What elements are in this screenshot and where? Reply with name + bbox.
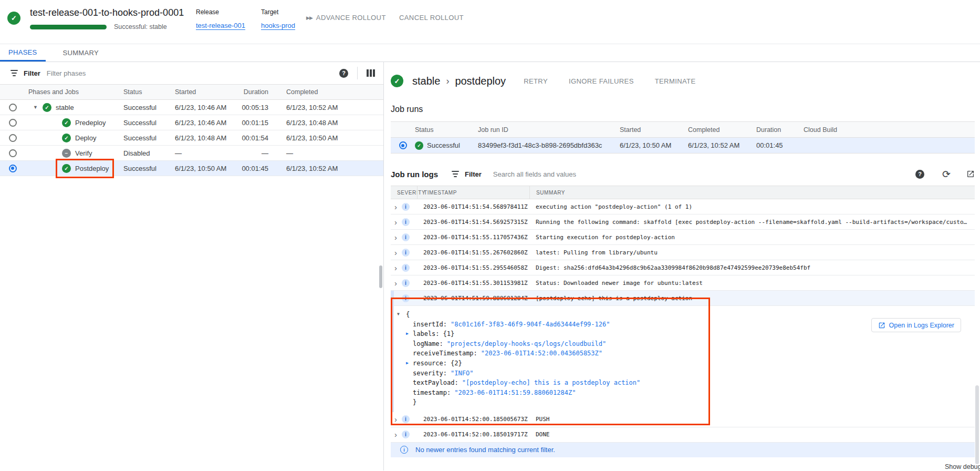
info-severity-icon: i <box>402 264 410 272</box>
tab-summary[interactable]: SUMMARY <box>54 44 108 62</box>
left-panel-scrollbar-thumb[interactable] <box>379 265 382 288</box>
rollout-progress-bar <box>30 25 107 29</box>
json-value: "[postdeploy-echo] this is a postdeploy … <box>462 378 641 388</box>
triangle-right-icon[interactable]: ▶ <box>406 359 413 368</box>
phase-row-stable[interactable]: ▼ ✓ stable Successful 6/1/23, 10:46 AM 0… <box>0 100 383 115</box>
chevron-right-icon[interactable]: › <box>394 249 397 257</box>
chevron-right-icon[interactable]: › <box>394 203 397 211</box>
log-timestamp: 2023-06-01T14:51:55.267602860Z <box>417 249 529 256</box>
tab-bar: PHASES SUMMARY <box>0 44 980 62</box>
job-name: Verify <box>75 149 92 157</box>
log-entry-row[interactable]: ›i 2023-06-01T14:52:00.185019717Z DONE <box>391 427 975 443</box>
advance-rollout-button[interactable]: ▶▶ ADVANCE ROLLOUT <box>306 14 386 22</box>
chevron-right-icon[interactable]: › <box>394 264 397 272</box>
log-entry-row[interactable]: ›i 2023-06-01T14:51:55.295546058Z Digest… <box>391 260 975 275</box>
job-run-radio-selected[interactable] <box>399 141 407 149</box>
ignore-failures-button[interactable]: IGNORE FAILURES <box>569 77 634 85</box>
col-timestamp: TIMESTAMP <box>417 186 529 199</box>
disabled-icon: − <box>62 149 71 158</box>
job-row-predeploy[interactable]: ✓ Predeploy Successful 6/1/23, 10:46 AM … <box>0 115 383 130</box>
column-settings-icon[interactable] <box>367 69 375 77</box>
logs-help-icon[interactable]: ? <box>915 170 924 179</box>
filter-phases-input[interactable] <box>47 69 339 77</box>
log-entry-row[interactable]: ›i 2023-06-01T14:51:55.267602860Z latest… <box>391 245 975 260</box>
open-in-new-icon[interactable] <box>966 170 975 178</box>
release-meta: Release test-release-001 <box>196 8 245 30</box>
json-key: receiveTimestamp: <box>413 349 477 359</box>
success-icon: ✓ <box>62 134 71 142</box>
show-debug-link[interactable]: Show debug m <box>945 463 980 470</box>
log-entry-row[interactable]: ›i 2023-06-01T14:51:54.569257315Z Runnin… <box>391 214 975 230</box>
info-severity-icon: i <box>402 279 410 287</box>
log-entry-row[interactable]: ›i 2023-06-01T14:51:54.568978411Z execut… <box>391 199 975 214</box>
chevron-right-icon[interactable]: › <box>394 431 397 438</box>
chevron-right-icon[interactable]: › <box>394 233 397 241</box>
terminate-button[interactable]: TERMINATE <box>655 77 696 85</box>
phases-filter-bar: Filter ? <box>0 62 383 84</box>
log-entry-row[interactable]: ›i 2023-06-01T14:51:55.117057436Z Starti… <box>391 230 975 245</box>
json-key: textPayload: <box>413 378 458 388</box>
retry-button[interactable]: RETRY <box>524 77 548 85</box>
job-run-status: Successful <box>427 141 460 149</box>
chevron-right-icon[interactable]: › <box>394 415 397 423</box>
expanded-log-entry: ›i 2023-06-01T14:51:59.880601284Z [postd… <box>391 291 975 412</box>
page-scrollbar-thumb[interactable] <box>975 385 979 464</box>
chevron-down-icon[interactable]: › <box>392 297 400 300</box>
info-severity-icon: i <box>402 294 410 302</box>
triangle-down-icon[interactable]: ▼ <box>397 310 406 320</box>
phase-radio[interactable] <box>9 104 17 111</box>
json-key: severity: <box>413 368 447 378</box>
job-name: Postdeploy <box>75 165 109 172</box>
triangle-right-icon[interactable]: ▶ <box>406 329 413 339</box>
collapse-triangle-icon[interactable]: ▼ <box>33 105 38 110</box>
job-radio[interactable] <box>9 119 17 127</box>
job-detail-panel: ✓ stable › postdeploy RETRY IGNORE FAILU… <box>384 62 980 470</box>
col-started: Started <box>175 88 234 96</box>
job-radio[interactable] <box>9 149 17 157</box>
json-key: labels: <box>413 329 440 339</box>
job-row-postdeploy[interactable]: ✓ Postdeploy Successful 6/1/23, 10:50 AM… <box>0 161 383 176</box>
target-meta: Target hooks-prod <box>261 8 295 30</box>
log-entry-row[interactable]: ›i 2023-06-01T14:52:00.185005673Z PUSH <box>391 412 975 427</box>
job-radio[interactable] <box>9 134 17 142</box>
open-in-logs-explorer-button[interactable]: Open in Logs Explorer <box>871 318 961 332</box>
target-link[interactable]: hooks-prod <box>261 22 295 30</box>
phase-name: stable <box>56 104 74 111</box>
check-icon: ✓ <box>11 14 17 22</box>
logs-search-input[interactable] <box>493 170 915 178</box>
log-entry-row[interactable]: ›i 2023-06-01T14:51:55.301153981Z Status… <box>391 275 975 291</box>
rollout-status-text: Successful: stable <box>114 23 167 30</box>
open-in-logs-explorer-label: Open in Logs Explorer <box>889 322 954 329</box>
job-row-verify[interactable]: − Verify Disabled — — — <box>0 146 383 161</box>
main-split: Filter ? Phases and Jobs Status Started … <box>0 62 980 470</box>
log-summary: PUSH <box>529 416 975 423</box>
log-timestamp: 2023-06-01T14:52:00.185019717Z <box>417 431 529 438</box>
job-radio-selected[interactable] <box>9 165 17 172</box>
release-link[interactable]: test-release-001 <box>196 22 245 30</box>
filter-icon <box>452 169 459 179</box>
toolbar-divider <box>357 67 358 79</box>
job-status: Successful <box>123 134 175 142</box>
log-summary: Digest: sha256:dfd64a3b4296d8c9b62aa3309… <box>529 264 975 271</box>
job-row-deploy[interactable]: ✓ Deploy Successful 6/1/23, 10:48 AM 00:… <box>0 130 383 146</box>
tab-phases[interactable]: PHASES <box>0 44 46 62</box>
col-summary: SUMMARY <box>529 186 975 199</box>
log-timestamp: 2023-06-01T14:51:55.117057436Z <box>417 234 529 241</box>
success-icon: ✓ <box>43 103 51 112</box>
json-key: timestamp: <box>413 388 451 398</box>
job-run-row[interactable]: ✓ Successful 83499ef3-f3d1-48c3-b898-269… <box>391 138 975 153</box>
info-severity-icon: i <box>402 415 410 423</box>
chevron-right-icon[interactable]: › <box>394 279 397 287</box>
breadcrumb-phase: stable <box>412 75 440 87</box>
chevron-right-icon[interactable]: › <box>394 218 397 226</box>
col-job-run-id: Job run ID <box>478 126 620 134</box>
rollout-progress-row: Successful: stable <box>30 23 167 30</box>
log-summary: executing action "postdeploy-action" (1 … <box>529 203 975 210</box>
breadcrumb: stable › postdeploy <box>412 75 506 87</box>
job-started: 6/1/23, 10:50 AM <box>175 165 234 172</box>
job-actions: RETRY IGNORE FAILURES TERMINATE <box>524 77 695 85</box>
cancel-rollout-button[interactable]: CANCEL ROLLOUT <box>399 14 464 22</box>
refresh-icon[interactable]: ⟳ <box>942 168 951 180</box>
help-icon[interactable]: ? <box>339 69 348 78</box>
log-entry-row-expanded[interactable]: ›i 2023-06-01T14:51:59.880601284Z [postd… <box>391 291 975 306</box>
